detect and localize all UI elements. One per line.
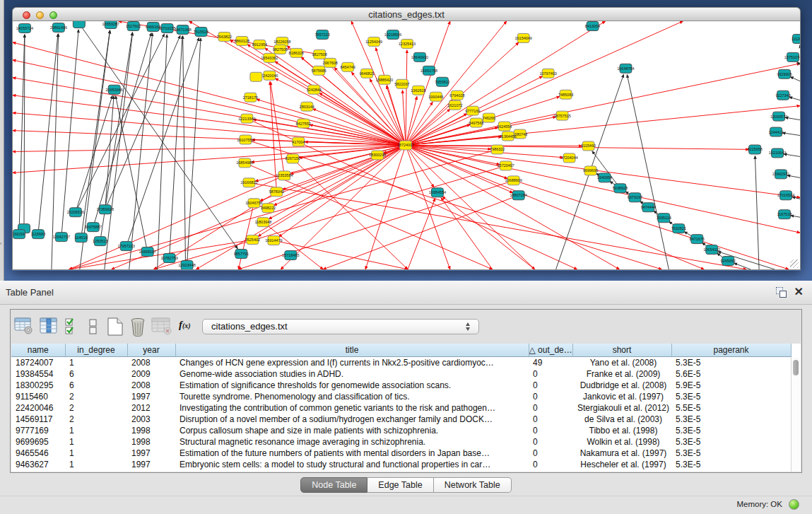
- edge[interactable]: [13, 113, 406, 146]
- table-cell[interactable]: 6: [65, 380, 127, 391]
- table-cell[interactable]: 0: [529, 402, 572, 414]
- node[interactable]: 14671368: [174, 25, 191, 34]
- table-cell[interactable]: 19384554: [11, 368, 65, 380]
- table-cell[interactable]: 0: [529, 459, 572, 470]
- table-cell[interactable]: 1998: [127, 436, 175, 448]
- node[interactable]: 16154049: [515, 33, 532, 42]
- table-cell[interactable]: 2008: [127, 357, 175, 369]
- edge[interactable]: [13, 42, 406, 146]
- function-builder-icon[interactable]: f(x): [179, 319, 191, 331]
- node[interactable]: 7663822: [217, 32, 232, 41]
- node[interactable]: 8267150: [286, 154, 300, 163]
- node[interactable]: 21364456: [500, 132, 517, 141]
- node[interactable]: 17204044: [560, 153, 577, 163]
- node[interactable]: 6379197: [628, 193, 642, 202]
- table-cell[interactable]: 1: [65, 436, 127, 448]
- node[interactable]: 16958107: [139, 247, 155, 257]
- edge[interactable]: [406, 100, 452, 146]
- table-cell[interactable]: 5.3E-5: [671, 448, 791, 459]
- table-cell[interactable]: Tourette syndrome. Phenomenology and cla…: [175, 391, 529, 402]
- table-cell[interactable]: 1997: [127, 448, 175, 459]
- edge[interactable]: [76, 95, 112, 212]
- table-row[interactable]: 2242004622012Investigating the contribut…: [11, 402, 791, 414]
- node[interactable]: 16648784: [617, 64, 634, 73]
- node[interactable]: 8860128: [235, 36, 249, 45]
- table-cell[interactable]: Stergiakouli et al. (2012): [572, 402, 671, 414]
- table-cell[interactable]: 18724007: [11, 357, 65, 369]
- node[interactable]: [250, 72, 262, 81]
- node[interactable]: 9857791: [234, 250, 249, 259]
- edge[interactable]: [408, 199, 435, 269]
- edge[interactable]: [263, 222, 323, 269]
- node[interactable]: 5878342: [269, 187, 284, 197]
- node[interactable]: 18724007: [397, 141, 414, 150]
- node[interactable]: 19384554: [429, 188, 446, 197]
- collapsed-panel-strip[interactable]: ‹: [0, 0, 4, 281]
- edge[interactable]: [790, 77, 800, 81]
- edge[interactable]: [105, 33, 133, 269]
- row-height-icon[interactable]: [88, 317, 98, 337]
- edge[interactable]: [275, 78, 406, 146]
- node[interactable]: 1640954: [597, 173, 612, 182]
- node[interactable]: 8186328: [289, 48, 304, 57]
- edge[interactable]: [313, 109, 406, 146]
- node[interactable]: 2803144: [300, 102, 314, 111]
- window-titlebar[interactable]: citations_edges.txt: [12, 7, 801, 21]
- table-cell[interactable]: 9777169: [11, 425, 65, 436]
- node[interactable]: 1244412: [768, 127, 783, 136]
- table-row[interactable]: 1456911722003Disruption of a novel membe…: [11, 414, 791, 425]
- node[interactable]: 6497568: [469, 118, 483, 127]
- edge[interactable]: [406, 21, 507, 146]
- node[interactable]: 16782759: [160, 254, 177, 263]
- node[interactable]: 15718485: [282, 251, 299, 260]
- column-header-title[interactable]: title: [175, 344, 529, 357]
- node[interactable]: 3498222: [261, 204, 276, 213]
- node[interactable]: 1250513: [93, 237, 107, 246]
- table-cell[interactable]: 9463627: [11, 459, 65, 470]
- edge[interactable]: [406, 146, 704, 270]
- node[interactable]: 15885420: [376, 75, 393, 84]
- edge[interactable]: [76, 34, 165, 212]
- node[interactable]: 7485083: [558, 90, 573, 99]
- edge[interactable]: [245, 140, 661, 269]
- node[interactable]: [73, 21, 85, 28]
- float-panel-icon[interactable]: [776, 287, 787, 298]
- edge[interactable]: [782, 133, 800, 136]
- node[interactable]: 9115460: [581, 141, 596, 151]
- edge[interactable]: [61, 30, 78, 237]
- node[interactable]: 1527602: [126, 21, 141, 30]
- node[interactable]: 7986322: [490, 145, 505, 154]
- node[interactable]: 10797493: [539, 69, 556, 78]
- edge[interactable]: [319, 93, 406, 145]
- table-cell[interactable]: Franke et al. (2009): [572, 368, 671, 380]
- table-cell[interactable]: Structural magnetic resonance image aver…: [175, 436, 529, 448]
- node[interactable]: 18640910: [411, 52, 428, 62]
- node[interactable]: 18300295: [369, 151, 386, 160]
- node[interactable]: 12325413: [399, 39, 416, 48]
- table-row[interactable]: 911546021997Tourette syndrome. Phenomeno…: [11, 391, 791, 402]
- column-header-in_degree[interactable]: in_degree: [65, 344, 127, 357]
- table-row[interactable]: 977716911998Corpus callosum shape and si…: [11, 425, 791, 436]
- node[interactable]: 17016504: [777, 191, 794, 200]
- edge[interactable]: [406, 50, 407, 146]
- node[interactable]: 8471676: [690, 235, 705, 244]
- table-cell[interactable]: Tibbo et al. (1998): [572, 425, 671, 436]
- table-cell[interactable]: 5.5E-5: [671, 402, 791, 414]
- node[interactable]: 15992971: [772, 170, 789, 179]
- table-cell[interactable]: 0: [529, 368, 572, 380]
- table-cell[interactable]: Genome-wide association studies in ADHD.: [175, 368, 529, 380]
- table-cell[interactable]: 5.3E-5: [671, 459, 791, 470]
- node[interactable]: 5822037: [394, 79, 409, 88]
- node[interactable]: 12923448: [178, 261, 195, 269]
- node[interactable]: 12213349: [238, 114, 255, 123]
- minimize-window-button[interactable]: [36, 11, 44, 19]
- node[interactable]: 9646821: [359, 69, 374, 78]
- table-cell[interactable]: Changes of HCN gene expression and I(f) …: [175, 357, 529, 369]
- node[interactable]: 1112843: [792, 34, 800, 43]
- node[interactable]: 16210643: [769, 148, 786, 158]
- table-cell[interactable]: 1: [65, 357, 127, 369]
- edge[interactable]: [170, 36, 182, 258]
- node[interactable]: 6794028: [449, 90, 464, 100]
- node[interactable]: 1624554: [497, 122, 512, 131]
- edge[interactable]: [38, 34, 58, 234]
